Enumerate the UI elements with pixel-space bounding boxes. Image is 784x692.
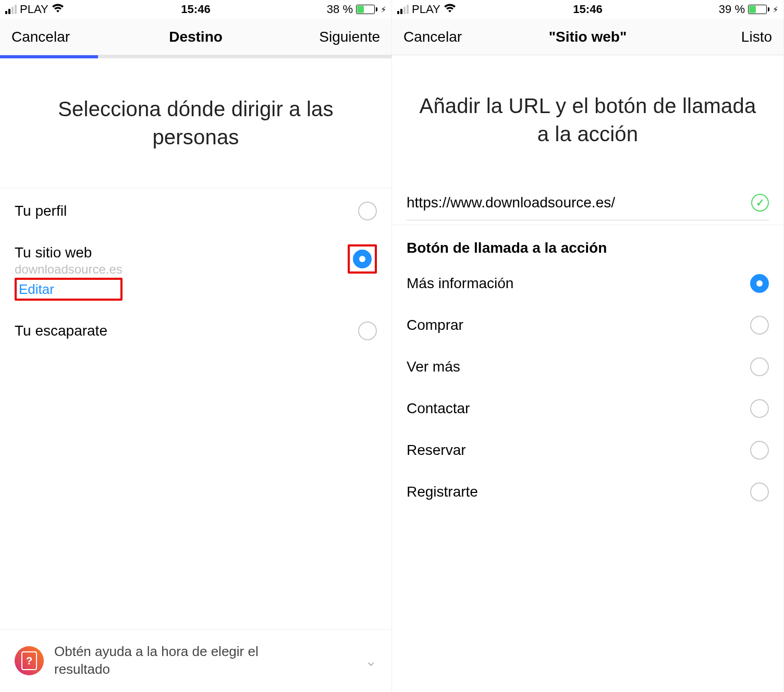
help-text: Obtén ayuda a la hora de elegir el resul… [54,643,299,678]
cta-buy[interactable]: Comprar [392,304,783,346]
check-circle-icon: ✓ [751,194,769,212]
cta-heading: Botón de llamada a la acción [392,225,783,263]
status-bar: PLAY 15:46 38 % ⚡︎ [0,0,391,19]
chevron-down-icon: ⌄ [365,652,377,670]
page-heading: Selecciona dónde dirigir a las personas [0,58,391,188]
signal-icon [397,5,409,14]
cta-book-label: Reservar [407,442,466,459]
screen-website: PLAY 15:46 39 % ⚡︎ Cancelar "Sitio web" … [392,0,784,692]
battery-pct: 39 % [719,3,745,16]
cancel-button[interactable]: Cancelar [403,29,462,45]
cta-contact-label: Contactar [407,400,470,417]
option-profile-label: Tu perfil [15,203,67,219]
option-website-label: Tu sitio web [15,244,123,261]
option-profile[interactable]: Tu perfil [0,188,391,234]
carrier-label: PLAY [412,3,440,16]
radio-unselected-icon[interactable] [750,316,769,335]
status-left: PLAY [397,3,456,16]
done-button[interactable]: Listo [741,29,772,45]
cta-more-info[interactable]: Más información [392,263,783,304]
radio-unselected-icon[interactable] [750,441,769,460]
help-card[interactable]: ? Obtén ayuda a la hora de elegir el res… [0,629,391,692]
wifi-icon [52,3,64,16]
carrier-label: PLAY [20,3,48,16]
cancel-button[interactable]: Cancelar [11,29,70,45]
radio-unselected-icon[interactable] [750,483,769,501]
cta-buy-label: Comprar [407,317,463,333]
nav-bar: Cancelar "Sitio web" Listo [392,19,783,55]
option-website-sub: downloadsource.es [15,262,123,277]
cta-see-more-label: Ver más [407,359,460,375]
status-left: PLAY [5,3,64,16]
status-right: 38 % ⚡︎ [327,3,386,16]
battery-icon [748,5,769,14]
nav-bar: Cancelar Destino Siguiente [0,19,391,55]
option-storefront-label: Tu escaparate [15,323,107,339]
question-icon: ? [21,651,37,670]
highlight-edit-box: Editar [15,278,123,301]
battery-icon [356,5,377,14]
destination-options: Tu perfil Tu sitio web downloadsource.es… [0,188,391,354]
status-right: 39 % ⚡︎ [719,3,778,16]
help-badge-icon: ? [15,646,44,675]
option-website-block: Tu sitio web downloadsource.es Editar [15,244,123,301]
cta-book[interactable]: Reservar [392,429,783,471]
radio-selected-icon[interactable] [353,250,372,268]
radio-unselected-icon[interactable] [358,322,377,340]
cta-signup-label: Registrarte [407,484,478,500]
highlight-radio-box [348,244,377,274]
cta-signup[interactable]: Registrarte [392,471,783,513]
url-input-row[interactable]: https://www.downloadsource.es/ ✓ [392,184,783,215]
charging-icon: ⚡︎ [381,5,386,15]
cta-more-info-label: Más información [407,275,513,292]
battery-pct: 38 % [327,3,353,16]
cta-contact[interactable]: Contactar [392,388,783,429]
wifi-icon [444,3,456,16]
charging-icon: ⚡︎ [773,5,778,15]
cta-see-more[interactable]: Ver más [392,346,783,388]
signal-icon [5,5,17,14]
url-value[interactable]: https://www.downloadsource.es/ [407,194,615,211]
option-website[interactable]: Tu sitio web downloadsource.es Editar [0,234,391,308]
url-section: https://www.downloadsource.es/ ✓ [392,184,783,225]
option-storefront[interactable]: Tu escaparate [0,308,391,354]
url-underline [407,220,769,220]
radio-unselected-icon[interactable] [750,399,769,418]
cta-options: Más información Comprar Ver más Contacta… [392,263,783,513]
radio-unselected-icon[interactable] [750,357,769,376]
radio-unselected-icon[interactable] [358,202,377,220]
screen-destination: PLAY 15:46 38 % ⚡︎ Cancelar Destino Sigu… [0,0,392,692]
next-button[interactable]: Siguiente [319,29,380,45]
status-bar: PLAY 15:46 39 % ⚡︎ [392,0,783,19]
edit-link[interactable]: Editar [19,281,54,297]
radio-selected-icon[interactable] [750,274,769,293]
page-heading: Añadir la URL y el botón de llamada a la… [392,55,783,184]
